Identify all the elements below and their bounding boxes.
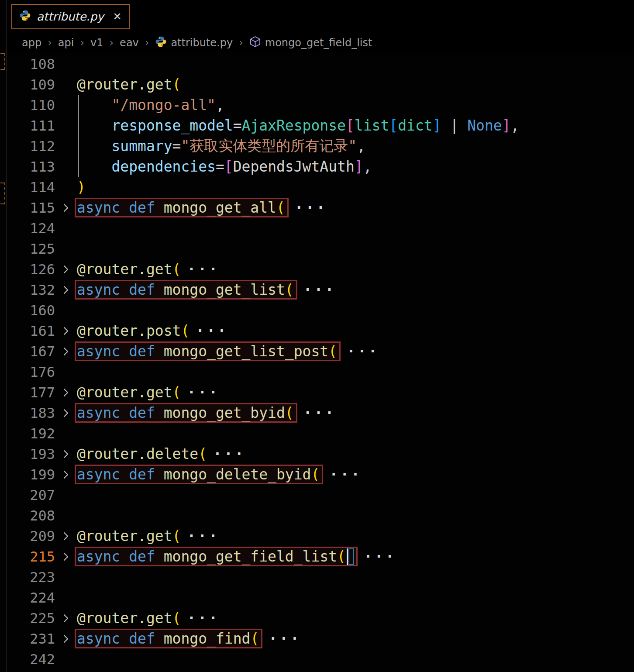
folded-ellipsis[interactable]: ···	[187, 610, 220, 627]
breadcrumb-item-attribute-py[interactable]: attribute.py	[155, 36, 233, 50]
line-number[interactable]: 167	[7, 343, 55, 360]
line-number[interactable]: 108	[7, 56, 55, 72]
code-text[interactable]	[77, 485, 634, 505]
line-body	[55, 485, 634, 505]
folded-ellipsis[interactable]: ···	[213, 445, 246, 462]
breadcrumb-label: mongo_get_field_list	[265, 37, 372, 49]
code-text[interactable]: "/mongo-all",	[77, 95, 634, 115]
folded-ellipsis[interactable]: ···	[269, 630, 301, 647]
code-text[interactable]: @router.get(···	[77, 608, 634, 628]
folded-ellipsis[interactable]: ···	[187, 261, 220, 278]
line-number[interactable]: 176	[7, 364, 55, 380]
line-number[interactable]: 215	[7, 548, 55, 565]
folded-ellipsis[interactable]: ···	[303, 281, 336, 298]
code-text[interactable]	[77, 238, 634, 259]
code-text[interactable]: @router.delete(···	[77, 444, 634, 464]
line-number[interactable]: 192	[7, 425, 55, 442]
code-text[interactable]: async def mongo_get_field_list(···	[77, 546, 634, 567]
code-text[interactable]: @router.get(···	[77, 526, 634, 546]
fold-chevron-icon[interactable]	[55, 325, 77, 337]
line-number[interactable]: 110	[7, 97, 55, 114]
line-number[interactable]: 209	[7, 528, 55, 544]
fold-chevron-icon[interactable]	[55, 407, 77, 419]
line-number[interactable]: 161	[7, 323, 55, 339]
line-number[interactable]: 109	[7, 76, 55, 93]
code-text[interactable]	[77, 423, 634, 444]
code-text[interactable]	[77, 218, 634, 238]
fold-chevron-icon[interactable]	[55, 531, 77, 542]
line-number[interactable]: 208	[7, 507, 55, 524]
breadcrumb-item-api[interactable]: api	[58, 37, 74, 49]
code-text[interactable]: @router.post(···	[77, 320, 634, 341]
breadcrumb-item-app[interactable]: app	[22, 37, 41, 49]
fold-chevron-icon[interactable]	[55, 346, 77, 357]
line-number[interactable]: 160	[7, 302, 55, 319]
code-line-125: 125	[7, 238, 634, 259]
code-text[interactable]: dependencies=[DependsJwtAuth],	[77, 156, 634, 177]
fold-chevron-icon[interactable]	[55, 284, 77, 296]
code-text[interactable]	[77, 587, 634, 608]
code-text[interactable]: @router.get(	[77, 74, 634, 95]
tab-attribute-py[interactable]: attribute.py ✕	[11, 4, 130, 29]
line-number[interactable]: 125	[7, 241, 55, 257]
code-text[interactable]: async def mongo_get_list(···	[77, 279, 634, 300]
line-number[interactable]: 115	[7, 200, 55, 216]
line-number[interactable]: 114	[7, 179, 55, 196]
code-area[interactable]: 108109@router.get(110 "/mongo-all",111 r…	[7, 52, 634, 672]
line-number[interactable]: 112	[7, 138, 55, 155]
fold-chevron-icon[interactable]	[55, 551, 77, 562]
code-text[interactable]: async def mongo_delete_byid(···	[77, 464, 634, 485]
fold-chevron-icon[interactable]	[55, 202, 77, 214]
code-text[interactable]: async def mongo_get_all(···	[77, 197, 634, 218]
line-number[interactable]: 242	[7, 651, 55, 668]
code-text[interactable]: async def mongo_find(···	[77, 628, 634, 649]
fold-chevron-icon[interactable]	[55, 613, 77, 624]
line-number[interactable]: 111	[7, 117, 55, 134]
breadcrumb-item-mongo-get-field-list[interactable]: mongo_get_field_list	[249, 36, 372, 50]
code-text[interactable]: async def mongo_get_byid(···	[77, 403, 634, 423]
fold-chevron-icon[interactable]	[55, 448, 77, 460]
code-text[interactable]	[77, 505, 634, 526]
code-text[interactable]: response_model=AjaxResponse[list[dict] |…	[77, 115, 634, 136]
line-number[interactable]: 231	[7, 631, 55, 647]
line-number[interactable]: 124	[7, 220, 55, 237]
code-text[interactable]: @router.get(···	[77, 259, 634, 279]
breadcrumb-item-eav[interactable]: eav	[120, 37, 139, 49]
highlight-box: async def mongo_get_list(	[75, 280, 297, 300]
code-text[interactable]: @router.get(···	[77, 382, 634, 403]
folded-ellipsis[interactable]: ···	[364, 548, 396, 565]
line-number[interactable]: 193	[7, 446, 55, 462]
line-number[interactable]: 177	[7, 384, 55, 401]
line-number[interactable]: 183	[7, 405, 55, 421]
line-number[interactable]: 224	[7, 589, 55, 606]
folded-ellipsis[interactable]: ···	[303, 404, 336, 421]
line-number[interactable]: 223	[7, 569, 55, 586]
line-number[interactable]: 126	[7, 261, 55, 278]
line-number[interactable]: 113	[7, 159, 55, 175]
code-text[interactable]: summary="获取实体类型的所有记录",	[77, 136, 634, 156]
tab-bar: attribute.py ✕	[7, 0, 634, 33]
code-text[interactable]: async def mongo_get_list_post(···	[77, 341, 634, 362]
code-text[interactable]	[77, 54, 634, 74]
folded-ellipsis[interactable]: ···	[187, 384, 220, 401]
folded-ellipsis[interactable]: ···	[187, 527, 220, 544]
fold-chevron-icon[interactable]	[55, 633, 77, 644]
folded-ellipsis[interactable]: ···	[295, 199, 327, 216]
close-icon[interactable]: ✕	[113, 11, 122, 22]
fold-chevron-icon[interactable]	[55, 387, 77, 398]
code-text[interactable]	[77, 300, 634, 320]
breadcrumb-item-v1[interactable]: v1	[90, 37, 103, 49]
code-text[interactable]	[77, 649, 634, 669]
line-number[interactable]: 132	[7, 282, 55, 298]
line-number[interactable]: 207	[7, 487, 55, 503]
fold-chevron-icon[interactable]	[55, 264, 77, 275]
code-text[interactable]	[77, 362, 634, 382]
folded-ellipsis[interactable]: ···	[329, 466, 362, 483]
folded-ellipsis[interactable]: ···	[196, 322, 228, 339]
line-number[interactable]: 199	[7, 466, 55, 483]
code-text[interactable]	[77, 567, 634, 587]
line-number[interactable]: 225	[7, 610, 55, 627]
folded-ellipsis[interactable]: ···	[347, 343, 379, 360]
fold-chevron-icon[interactable]	[55, 469, 77, 480]
code-text[interactable]: )	[77, 177, 634, 197]
